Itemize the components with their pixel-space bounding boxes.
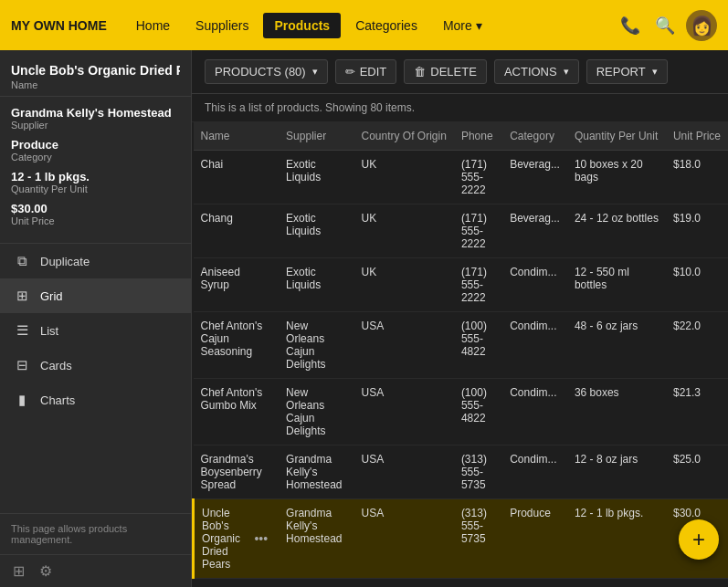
cell-category: Condim... [502,312,567,379]
cell-name: Chang [194,204,280,258]
charts-icon: ▮ [13,392,31,408]
nav-home[interactable]: Home [125,13,181,38]
gear-icon[interactable]: ⚙ [39,562,52,580]
cell-category: Condim... [502,258,567,312]
table-row[interactable]: Chef Anton's Cajun SeasoningNew Orleans … [194,312,729,379]
nav-categories[interactable]: Categories [344,13,428,38]
grid-bottom-icon[interactable]: ⊞ [13,562,25,580]
sidebar: Uncle Bob's Organic Dried Pe... › Name G… [0,50,192,587]
avatar[interactable]: 👩 [686,10,717,41]
edit-button[interactable]: ✏ EDIT [335,59,397,84]
sidebar-qty: 12 - 1 lb pkgs. Quantity Per Unit [11,170,180,194]
list-icon: ☰ [13,322,31,339]
sidebar-item-grid[interactable]: ⊞ Grid [0,278,191,313]
table-row[interactable]: ChangExotic LiquidsUK(171) 555-2222Bever… [194,204,729,258]
content-wrapper: Name Supplier Country Of Origin Phone Ca… [192,122,728,587]
sidebar-bottom-icons: ⊞ ⚙ [0,554,191,587]
sidebar-item-cards-label: Cards [40,359,72,372]
table-row[interactable]: Northwoods Cranberry SauceGrandma Kelly'… [194,579,729,588]
sidebar-price: $30.00 Unit Price [11,202,180,226]
delete-button[interactable]: 🗑 DELETE [404,59,487,84]
report-button[interactable]: REPORT [586,59,668,84]
cell-qty: 36 boxes [567,379,666,445]
table-row[interactable]: Aniseed SyrupExotic LiquidsUK(171) 555-2… [194,258,729,312]
sidebar-item-duplicate[interactable]: ⧉ Duplicate [0,244,191,278]
cell-name: Chai [194,151,280,204]
table-row[interactable]: Chef Anton's Gumbo MixNew Orleans Cajun … [194,379,729,445]
actions-button[interactable]: ACTIONS [494,59,579,84]
col-phone: Phone [454,122,502,151]
cell-price: $25.0 [666,445,728,499]
table-body: ChaiExotic LiquidsUK(171) 555-2222Bevera… [194,151,729,588]
price-label: Unit Price [11,215,180,226]
cell-qty: 12 - 1 lb pkgs. [567,499,666,579]
sidebar-header: Uncle Bob's Organic Dried Pe... › Name [0,50,191,97]
cell-supplier: New Orleans Cajun Delights [279,379,353,445]
cell-name: Grandma's Boysenberry Spread [194,445,280,499]
cell-phone: (313) 555-5735 [454,579,502,588]
col-qty: Quantity Per Unit [567,122,666,151]
sidebar-title-type: Name [11,79,180,90]
cell-supplier: Grandma Kelly's Homestead [279,579,353,588]
cards-icon: ⊟ [13,357,31,373]
cell-country: USA [354,312,454,379]
sidebar-item-list[interactable]: ☰ List [0,313,191,348]
cell-country: USA [354,379,454,445]
price-value: $30.00 [11,202,180,215]
cell-supplier: Grandma Kelly's Homestead [279,499,353,579]
cell-supplier: Exotic Liquids [279,204,353,258]
cell-qty: 12 - 550 ml bottles [567,258,666,312]
cell-phone: (171) 555-2222 [454,258,502,312]
category-value: Produce [11,138,180,152]
sidebar-record-title[interactable]: Uncle Bob's Organic Dried Pe... › [11,63,180,78]
table-row[interactable]: Grandma's Boysenberry SpreadGrandma Kell… [194,445,729,499]
nav-icons: 📞 🔍 👩 [617,10,717,41]
sidebar-item-grid-label: Grid [40,289,63,303]
trash-icon: 🗑 [414,65,426,79]
col-country: Country Of Origin [354,122,454,151]
cell-price: $10.0 [666,258,728,312]
cell-category: Produce [502,499,567,579]
cell-country: UK [354,258,454,312]
cell-qty: 48 - 6 oz jars [567,312,666,379]
cell-category: Condim... [502,445,567,499]
cell-supplier: Exotic Liquids [279,258,353,312]
sidebar-footer-text: This page allows products management. [0,513,191,554]
cell-name: Chef Anton's Gumbo Mix [194,379,280,445]
row-actions-button[interactable]: ••• [250,531,271,546]
table-header-row: Name Supplier Country Of Origin Phone Ca… [194,122,729,151]
sidebar-category: Produce Category [11,138,180,162]
cell-price: $19.0 [666,204,728,258]
cell-qty: 12 - 12 oz jars [567,579,666,588]
sidebar-nav: ⧉ Duplicate ⊞ Grid ☰ List ⊟ Cards ▮ Char… [0,244,191,513]
cell-phone: (171) 555-2222 [454,204,502,258]
qty-label: Quantity Per Unit [11,183,180,194]
cell-price: $18.0 [666,151,728,204]
content-toolbar: PRODUCTS (80) ✏ EDIT 🗑 DELETE ACTIONS RE… [192,50,728,94]
sidebar-item-duplicate-label: Duplicate [40,255,90,268]
col-name: Name [194,122,280,151]
cell-name: Northwoods Cranberry Sauce [194,579,280,588]
products-count-button[interactable]: PRODUCTS (80) [205,59,328,84]
cell-supplier: Grandma Kelly's Homestead [279,445,353,499]
sidebar-item-cards[interactable]: ⊟ Cards [0,348,191,383]
cell-name: Aniseed Syrup [194,258,280,312]
cell-price: $22.0 [666,312,728,379]
search-icon[interactable]: 🔍 [651,12,679,39]
phone-icon[interactable]: 📞 [617,12,644,39]
add-product-fab[interactable]: + [679,519,719,560]
cell-country: USA [354,579,454,588]
col-supplier: Supplier [279,122,353,151]
category-label: Category [11,152,180,162]
cell-qty: 24 - 12 oz bottles [567,204,666,258]
nav-suppliers[interactable]: Suppliers [185,13,259,38]
table-row[interactable]: ChaiExotic LiquidsUK(171) 555-2222Bevera… [194,151,729,204]
table-container[interactable]: Name Supplier Country Of Origin Phone Ca… [192,122,728,587]
nav-more[interactable]: More ▾ [432,13,493,38]
col-price: Unit Price [666,122,728,151]
nav-products[interactable]: Products [263,13,341,38]
table-row[interactable]: Uncle Bob's Organic Dried Pears•••Grandm… [194,499,729,579]
sidebar-item-charts[interactable]: ▮ Charts [0,383,191,417]
sidebar-item-charts-label: Charts [40,393,75,407]
col-category: Category [502,122,567,151]
